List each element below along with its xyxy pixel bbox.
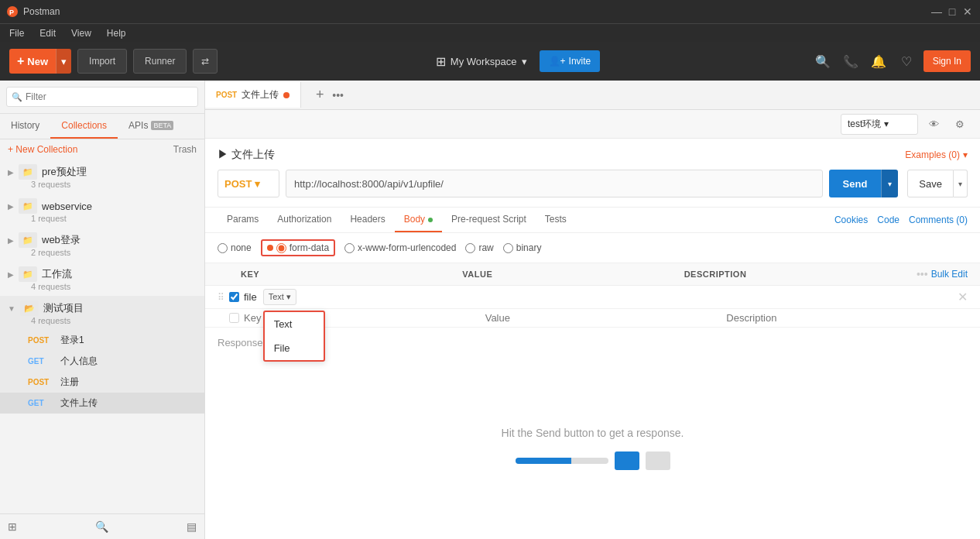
progress-fill bbox=[516, 458, 571, 464]
maximize-button[interactable]: □ bbox=[946, 5, 958, 18]
collection-item[interactable]: ▶ 📁 web登录 2 requests bbox=[0, 228, 204, 262]
expanded-collection: ▼ 📂 测试项目 4 requests POST 登录1 GET 个人信息 PO… bbox=[0, 296, 204, 414]
title-bar-controls[interactable]: — □ ✕ bbox=[930, 5, 974, 18]
request-item-profile[interactable]: GET 个人信息 bbox=[0, 351, 204, 372]
sidebar-content: ▶ 📁 pre预处理 3 requests ▶ 📁 webservice 1 r… bbox=[0, 160, 204, 513]
request-item-login[interactable]: POST 登录1 bbox=[0, 330, 204, 351]
response-label: Response bbox=[218, 337, 263, 348]
body-active-dot bbox=[428, 218, 433, 222]
kv-desc-input[interactable] bbox=[720, 291, 958, 303]
sign-in-button[interactable]: Sign In bbox=[923, 50, 971, 72]
new-button[interactable]: + New ▾ bbox=[9, 49, 71, 74]
minimize-button[interactable]: — bbox=[930, 5, 943, 18]
radio-none[interactable]: none bbox=[218, 242, 252, 253]
collection-item[interactable]: ▶ 📁 webservice 1 request bbox=[0, 194, 204, 228]
radio-binary[interactable]: binary bbox=[503, 242, 542, 253]
collection-name: web登录 bbox=[42, 233, 81, 247]
tab-method-badge: POST bbox=[216, 91, 237, 99]
code-link[interactable]: Code bbox=[877, 208, 899, 232]
invite-button[interactable]: 👤+ Invite bbox=[540, 50, 601, 72]
examples-button[interactable]: Examples (0) ▾ bbox=[905, 149, 968, 160]
collection-item[interactable]: ▶ 📁 工作流 4 requests bbox=[0, 262, 204, 296]
tabs-bar: POST 文件上传 + ••• bbox=[205, 81, 980, 110]
progress-button-blue[interactable] bbox=[615, 451, 639, 470]
collection-name: pre预处理 bbox=[42, 165, 87, 179]
request-name: 个人信息 bbox=[60, 355, 98, 368]
req-tab-headers[interactable]: Headers bbox=[341, 208, 394, 232]
req-tab-params[interactable]: Params bbox=[218, 208, 268, 232]
sidebar-search-area: 🔍 bbox=[0, 81, 204, 114]
radio-raw[interactable]: raw bbox=[465, 242, 493, 253]
request-item-register[interactable]: POST 注册 bbox=[0, 372, 204, 393]
chevron-right-icon: ▶ bbox=[8, 270, 14, 279]
send-arrow-button[interactable]: ▾ bbox=[881, 170, 898, 197]
new-collection-button[interactable]: + New Collection bbox=[8, 144, 77, 155]
chevron-right-icon: ▶ bbox=[8, 168, 14, 177]
progress-button-gray[interactable] bbox=[646, 451, 670, 470]
env-selector[interactable]: test环境 ▾ bbox=[841, 114, 918, 135]
add-tab-button[interactable]: + bbox=[310, 86, 329, 105]
trash-button[interactable]: Trash bbox=[173, 144, 197, 155]
cookies-link[interactable]: Cookies bbox=[834, 208, 868, 232]
req-tab-auth[interactable]: Authorization bbox=[268, 208, 341, 232]
sidebar-icon-grid[interactable]: ⊞ bbox=[8, 520, 17, 533]
phone-icon-button[interactable]: 📞 bbox=[840, 50, 862, 72]
drag-handle-icon[interactable]: ⠿ bbox=[218, 313, 224, 324]
sidebar-filter-input[interactable] bbox=[6, 87, 198, 107]
close-button[interactable]: ✕ bbox=[961, 5, 974, 18]
sidebar-icon-panel[interactable]: ▤ bbox=[187, 520, 197, 533]
kv-delete-button[interactable]: ✕ bbox=[958, 290, 968, 304]
collection-item-expanded[interactable]: ▼ 📂 测试项目 4 requests bbox=[0, 296, 204, 330]
kv-row-checkbox[interactable] bbox=[229, 292, 239, 302]
sidebar-icon-search[interactable]: 🔍 bbox=[95, 520, 108, 533]
menu-edit[interactable]: Edit bbox=[36, 26, 59, 40]
req-tab-pre-request[interactable]: Pre-request Script bbox=[442, 208, 536, 232]
send-button[interactable]: Send bbox=[829, 170, 882, 197]
notification-icon-button[interactable]: 🔔 bbox=[868, 50, 889, 72]
radio-form-data[interactable]: form-data bbox=[261, 239, 335, 256]
req-tab-tests[interactable]: Tests bbox=[536, 208, 576, 232]
kv-row-checkbox[interactable] bbox=[229, 313, 239, 323]
env-eye-button[interactable]: 👁 bbox=[923, 113, 944, 135]
request-item-upload[interactable]: GET 文件上传 bbox=[0, 393, 204, 414]
req-tab-body[interactable]: Body bbox=[395, 208, 442, 232]
workspace-switcher[interactable]: ⊞ My Workspace ▾ bbox=[430, 51, 533, 72]
more-tabs-button[interactable]: ••• bbox=[332, 89, 344, 101]
kv-value-placeholder-input[interactable] bbox=[485, 312, 727, 324]
kv-value-cell bbox=[485, 312, 727, 324]
menu-view[interactable]: View bbox=[68, 26, 94, 40]
kv-value-input[interactable] bbox=[481, 291, 719, 303]
sidebar-tab-collections[interactable]: Collections bbox=[50, 114, 118, 139]
import-button[interactable]: Import bbox=[77, 49, 127, 74]
method-selector[interactable]: POST ▾ bbox=[218, 170, 279, 197]
save-arrow-button[interactable]: ▾ bbox=[954, 170, 968, 197]
heart-icon-button[interactable]: ♡ bbox=[896, 50, 917, 72]
toolbar-center: ⊞ My Workspace ▾ 👤+ Invite bbox=[224, 50, 805, 72]
url-row: POST ▾ Send ▾ Save ▾ bbox=[218, 170, 968, 197]
sync-button[interactable]: ⇄ bbox=[193, 49, 218, 74]
request-title: ▶ 文件上传 bbox=[218, 148, 275, 162]
menu-help[interactable]: Help bbox=[104, 26, 129, 40]
type-dropdown[interactable]: Text ▾ bbox=[263, 289, 296, 305]
search-icon-button[interactable]: 🔍 bbox=[812, 50, 834, 72]
save-button[interactable]: Save bbox=[907, 170, 954, 197]
collection-item[interactable]: ▶ 📁 pre预处理 3 requests bbox=[0, 160, 204, 194]
kv-desc-placeholder-input[interactable] bbox=[726, 312, 968, 324]
url-input[interactable] bbox=[286, 170, 823, 197]
runner-button[interactable]: Runner bbox=[133, 49, 187, 74]
env-settings-button[interactable]: ⚙ bbox=[949, 113, 971, 135]
empty-state-text: Hit the Send button to get a response. bbox=[502, 427, 684, 439]
bulk-edit-button[interactable]: Bulk Edit bbox=[931, 269, 968, 280]
request-tab[interactable]: POST 文件上传 bbox=[205, 82, 301, 108]
kv-more-icon[interactable]: ••• bbox=[917, 268, 928, 280]
drag-handle-icon[interactable]: ⠿ bbox=[218, 292, 224, 303]
kv-desc-cell bbox=[726, 312, 968, 324]
menu-file[interactable]: File bbox=[6, 26, 27, 40]
radio-urlencoded[interactable]: x-www-form-urlencoded bbox=[344, 242, 456, 253]
type-option-file[interactable]: File bbox=[265, 336, 324, 360]
sidebar-tab-apis[interactable]: APIs BETA bbox=[118, 114, 184, 139]
comments-link[interactable]: Comments (0) bbox=[909, 208, 968, 232]
sidebar-tab-history[interactable]: History bbox=[0, 114, 50, 139]
type-option-text[interactable]: Text bbox=[265, 312, 324, 336]
new-button-arrow[interactable]: ▾ bbox=[56, 49, 71, 74]
